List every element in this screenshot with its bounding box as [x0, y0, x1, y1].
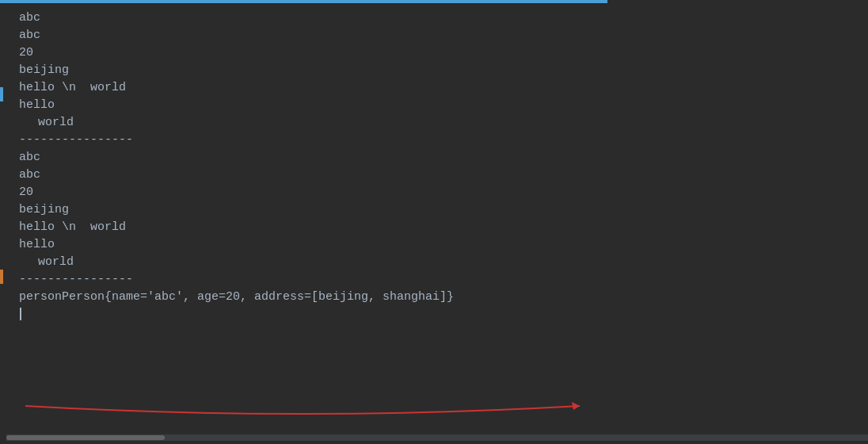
terminal-container: abc abc 20 beijing hello \n world hello … — [0, 0, 868, 444]
output-line-11: 20 — [19, 184, 855, 201]
output-line-10: abc — [19, 166, 855, 184]
terminal-output: abc abc 20 beijing hello \n world hello … — [6, 3, 868, 444]
output-line-3: 20 — [19, 44, 855, 62]
left-gutter — [0, 3, 6, 444]
horizontal-scrollbar[interactable] — [6, 434, 868, 441]
terminal-cursor — [20, 308, 21, 320]
output-line-12: beijing — [19, 201, 855, 219]
output-line-9: abc — [19, 149, 855, 166]
output-line-16: ---------------- — [19, 271, 855, 289]
left-indicator-blue — [0, 87, 3, 101]
cursor-line — [19, 306, 855, 323]
left-indicator-orange — [0, 270, 3, 284]
output-line-6: hello — [19, 97, 855, 114]
output-line-4: beijing — [19, 62, 855, 79]
output-line-17: personPerson{name='abc', age=20, address… — [19, 289, 855, 306]
output-line-8: ---------------- — [19, 132, 855, 149]
output-line-14: hello — [19, 236, 855, 254]
output-line-13: hello \n world — [19, 219, 855, 236]
scrollbar-thumb[interactable] — [6, 435, 165, 440]
output-line-15: world — [19, 254, 855, 271]
output-line-1: abc — [19, 10, 855, 27]
output-line-2: abc — [19, 27, 855, 44]
output-line-5: hello \n world — [19, 79, 855, 97]
output-line-7: world — [19, 114, 855, 132]
